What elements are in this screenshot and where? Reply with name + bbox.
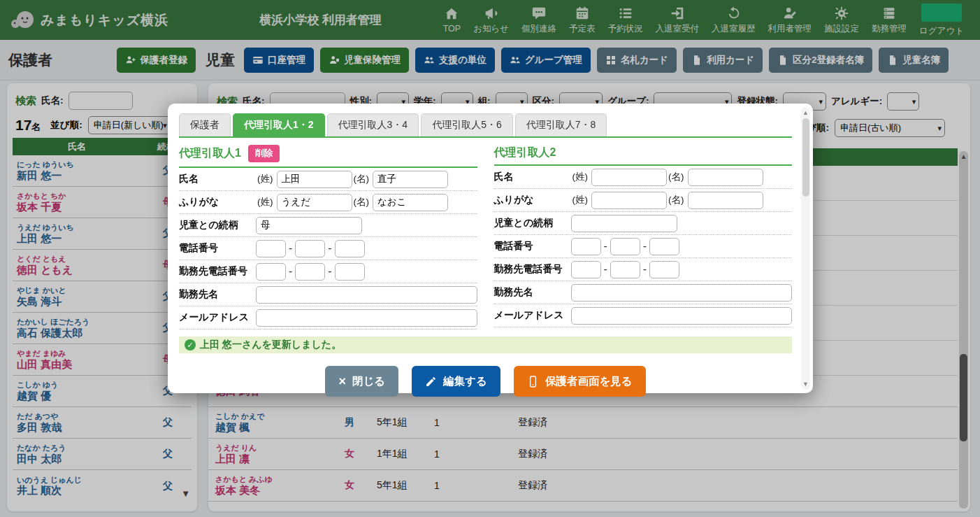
dash: - <box>328 242 331 255</box>
work-phone-label: 勤務先電話番号 <box>494 263 571 276</box>
phone-label: 電話番号 <box>494 240 571 253</box>
furigana-field-row: ふりがな (姓) (名) <box>494 189 793 212</box>
proxy2-sei-input[interactable] <box>591 169 667 186</box>
proxy1-sei-input[interactable] <box>277 171 352 188</box>
relation-field-row: 児童との続柄 <box>494 212 793 235</box>
proxy1-work-phone3-input[interactable] <box>335 263 365 281</box>
scroll-down-icon[interactable]: ▼ <box>801 381 810 388</box>
check-circle-icon: ✓ <box>185 339 196 350</box>
dash: - <box>643 240 647 253</box>
tab-proxy-3-4[interactable]: 代理引取人3・4 <box>327 113 419 136</box>
guardian-detail-modal: 保護者 代理引取人1・2 代理引取人3・4 代理引取人5・6 代理引取人7・8 … <box>168 104 813 393</box>
work-place-field-row: 勤務先名 <box>179 283 477 306</box>
proxy1-phone3-input[interactable] <box>335 240 365 257</box>
proxy1-work-phone2-input[interactable] <box>295 263 325 281</box>
name-label: 氏名 <box>494 171 571 183</box>
proxy1-phone2-input[interactable] <box>295 240 325 257</box>
proxy-1-title: 代理引取人1 <box>179 146 241 161</box>
close-button[interactable]: × 閉じる <box>325 366 398 397</box>
proxy1-email-input[interactable] <box>256 309 477 327</box>
proxy2-relation-input[interactable] <box>571 215 677 232</box>
email-label: メールアドレス <box>494 309 571 322</box>
proxy1-phone1-input[interactable] <box>256 240 286 257</box>
proxy2-phone1-input[interactable] <box>571 238 601 255</box>
proxy2-email-input[interactable] <box>571 307 793 325</box>
dash: - <box>604 263 607 276</box>
button-label: 閉じる <box>352 374 385 389</box>
button-label: 編集する <box>443 374 487 389</box>
proxy2-sei-kana-input[interactable] <box>591 192 667 209</box>
furigana-field-row: ふりがな (姓) (名) <box>179 191 477 214</box>
proxy1-work-phone1-input[interactable] <box>256 263 286 281</box>
mei-label: (名) <box>668 171 684 183</box>
mei-label: (名) <box>668 194 684 206</box>
dash: - <box>604 240 607 253</box>
edit-button[interactable]: 編集する <box>412 366 500 397</box>
message-text: 上田 悠一さんを更新しました。 <box>200 339 341 351</box>
proxy1-work-place-input[interactable] <box>256 286 477 304</box>
proxy2-work-phone3-input[interactable] <box>649 261 679 278</box>
mei-label: (名) <box>354 196 370 208</box>
sei-label: (姓) <box>257 173 273 185</box>
work-place-label: 勤務先名 <box>494 286 571 299</box>
email-label: メールアドレス <box>179 311 256 324</box>
furigana-label: ふりがな <box>494 194 571 206</box>
proxy1-mei-kana-input[interactable] <box>373 194 448 211</box>
proxy2-work-phone2-input[interactable] <box>610 261 640 278</box>
work-phone-field-row: 勤務先電話番号 - - <box>494 258 793 281</box>
relation-field-row: 児童との続柄 <box>179 214 477 237</box>
modal-button-row: × 閉じる 編集する 保護者画面を見る <box>179 366 792 397</box>
phone-label: 電話番号 <box>179 242 256 255</box>
relation-label: 児童との続柄 <box>179 219 256 232</box>
email-field-row: メールアドレス <box>494 304 793 327</box>
scrollbar-thumb[interactable] <box>802 118 809 197</box>
proxy1-mei-input[interactable] <box>373 171 448 188</box>
sei-label: (姓) <box>572 171 589 183</box>
proxy-1-header: 代理引取人1 削除 <box>179 145 477 168</box>
tab-guardian[interactable]: 保護者 <box>179 113 231 136</box>
dash: - <box>289 265 292 278</box>
proxy-2-header: 代理引取人2 <box>494 145 793 166</box>
button-label: 保護者画面を見る <box>545 374 633 389</box>
proxy2-mei-kana-input[interactable] <box>688 192 763 209</box>
name-label: 氏名 <box>179 173 256 185</box>
work-place-field-row: 勤務先名 <box>494 281 793 304</box>
proxy-1-delete-button[interactable]: 削除 <box>248 145 280 162</box>
close-icon: × <box>338 375 346 388</box>
proxy2-phone3-input[interactable] <box>649 238 679 255</box>
proxy2-phone2-input[interactable] <box>610 238 640 255</box>
view-guardian-screen-button[interactable]: 保護者画面を見る <box>514 366 646 397</box>
modal-tabs: 保護者 代理引取人1・2 代理引取人3・4 代理引取人5・6 代理引取人7・8 <box>179 113 792 138</box>
modal-scrollbar[interactable]: ▲ ▼ <box>801 107 810 390</box>
proxy-person-1-section: 代理引取人1 削除 氏名 (姓) (名) ふりがな (姓) (名) 児童との続柄 <box>179 145 477 330</box>
name-field-row: 氏名 (姓) (名) <box>179 168 477 191</box>
scroll-up-icon[interactable]: ▲ <box>801 109 810 116</box>
email-field-row: メールアドレス <box>179 306 477 330</box>
update-success-message: ✓ 上田 悠一さんを更新しました。 <box>179 337 792 353</box>
work-phone-field-row: 勤務先電話番号 - - <box>179 260 477 283</box>
pencil-square-icon <box>425 376 437 388</box>
dash: - <box>289 242 292 255</box>
relation-label: 児童との続柄 <box>494 217 571 229</box>
work-place-label: 勤務先名 <box>179 288 256 301</box>
phone-icon <box>527 376 539 388</box>
tab-proxy-5-6[interactable]: 代理引取人5・6 <box>421 113 513 136</box>
sei-label: (姓) <box>257 196 273 208</box>
sei-label: (姓) <box>572 194 589 206</box>
proxy-2-title: 代理引取人2 <box>494 146 556 160</box>
proxy1-sei-kana-input[interactable] <box>277 194 352 211</box>
name-field-row: 氏名 (姓) (名) <box>494 166 793 189</box>
phone-field-row: 電話番号 - - <box>179 237 477 260</box>
furigana-label: ふりがな <box>179 196 256 208</box>
mei-label: (名) <box>354 173 370 185</box>
proxy-person-2-section: 代理引取人2 氏名 (姓) (名) ふりがな (姓) (名) 児童との続柄 <box>494 145 793 330</box>
proxy2-work-phone1-input[interactable] <box>571 261 601 278</box>
proxy2-mei-input[interactable] <box>688 169 763 186</box>
tab-proxy-1-2[interactable]: 代理引取人1・2 <box>233 113 325 136</box>
work-phone-label: 勤務先電話番号 <box>179 265 256 278</box>
proxy-columns: 代理引取人1 削除 氏名 (姓) (名) ふりがな (姓) (名) 児童との続柄 <box>179 145 792 330</box>
dash: - <box>643 263 647 276</box>
proxy2-work-place-input[interactable] <box>571 284 793 302</box>
tab-proxy-7-8[interactable]: 代理引取人7・8 <box>515 113 607 136</box>
proxy1-relation-input[interactable] <box>256 217 362 234</box>
